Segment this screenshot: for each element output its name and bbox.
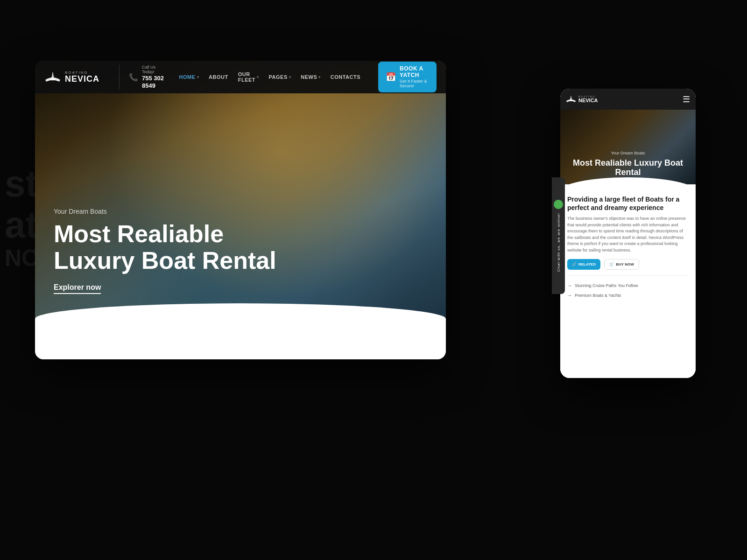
desktop-navbar: BOATING NEVICA 📞 Call Us Today! 755 302 …	[35, 61, 446, 93]
hero-title: Most Realiable Luxury Boat Rental	[54, 221, 296, 274]
mobile-hero-content: Your Dream Boats Most Realiable Luxury B…	[560, 151, 696, 177]
phone-label: Call Us Today!	[142, 65, 166, 75]
mobile-action-buttons: 🔗 RELATED 🛒 BUY NOW	[567, 259, 689, 270]
boat-logo-icon	[44, 70, 61, 84]
nav-our-fleet[interactable]: OUR FLEET ▾	[234, 69, 263, 85]
book-yacht-button[interactable]: 📅 BOOK A YATCH Get It Faster & Secure!	[378, 62, 437, 92]
jivo-chat-text: Chat with us, we are online!	[557, 213, 561, 272]
jivo-chat-sidebar[interactable]: Chat with us, we are online!	[552, 177, 565, 294]
nav-home[interactable]: HOME ▾	[176, 72, 203, 82]
logo-name-label: NEVICA	[65, 75, 99, 83]
mobile-navbar: BOATING NEVICA ☰	[560, 89, 696, 110]
arrow-icon-2: →	[567, 293, 572, 298]
buy-label: BUY NOW	[616, 262, 634, 266]
desktop-hero-content: Your Dream Boats Most Realiable Luxury B…	[54, 208, 296, 294]
desktop-logo: BOATING NEVICA	[44, 70, 105, 84]
related-label: RELATED	[578, 262, 596, 266]
buy-now-button[interactable]: 🛒 BUY NOW	[604, 259, 639, 270]
mobile-hero: Your Dream Boats Most Realiable Luxury B…	[560, 110, 696, 184]
mobile-menu-icon[interactable]: ☰	[683, 94, 690, 105]
mobile-body-text: The business owner's objective was to ha…	[567, 216, 689, 253]
mobile-content: Providing a large fleet of Boats for a p…	[560, 191, 696, 378]
book-btn-text-block: BOOK A YATCH Get It Faster & Secure!	[400, 65, 429, 89]
book-btn-subtitle: Get It Faster & Secure!	[400, 79, 429, 89]
nav-contacts[interactable]: CONTACTS	[327, 72, 364, 82]
phone-number: 755 302 8549	[142, 75, 166, 89]
mobile-hero-title: Most Realiable Luxury Boat Rental	[560, 158, 696, 177]
arrow-icon-1: →	[567, 283, 572, 288]
mobile-hero-subtitle: Your Dream Boats	[560, 151, 696, 155]
nav-about[interactable]: ABOUT	[205, 72, 232, 82]
desktop-nav-links: HOME ▾ ABOUT OUR FLEET ▾ PAGES ▾ NEWS ▾ …	[176, 69, 364, 85]
mobile-logo-text: BOATING NEVICA	[578, 96, 598, 103]
related-icon: 🔗	[572, 262, 577, 266]
mobile-logo-name: NEVICA	[578, 98, 598, 103]
mobile-links-section: → Stunning Cruise Paths You Follow → Pre…	[567, 275, 689, 300]
mobile-boat-logo-icon	[566, 95, 576, 103]
hero-subtitle: Your Dream Boats	[54, 208, 296, 215]
nav-news[interactable]: NEWS ▾	[297, 72, 324, 82]
related-button[interactable]: 🔗 RELATED	[567, 259, 600, 270]
hero-cta-link[interactable]: Explorer now	[54, 283, 101, 294]
mobile-preview-card: BOATING NEVICA ☰ Your Dream Boats Most R…	[560, 89, 696, 378]
phone-icon: 📞	[129, 73, 138, 82]
nav-pages[interactable]: PAGES ▾	[265, 72, 295, 82]
desktop-preview-card: BOATING NEVICA 📞 Call Us Today! 755 302 …	[35, 61, 446, 359]
mobile-link-label-2: Premium Boats & Yachts	[575, 293, 621, 298]
desktop-phone: 📞 Call Us Today! 755 302 8549	[119, 65, 166, 90]
mobile-logo: BOATING NEVICA	[566, 95, 598, 103]
mobile-link-1[interactable]: → Stunning Cruise Paths You Follow	[567, 280, 689, 290]
bottom-wave	[35, 303, 446, 359]
mobile-link-label-1: Stunning Cruise Paths You Follow	[575, 283, 638, 288]
cart-icon: 🛒	[609, 262, 614, 266]
phone-text-block: Call Us Today! 755 302 8549	[142, 65, 166, 90]
online-status-dot	[554, 200, 563, 209]
mobile-link-2[interactable]: → Premium Boats & Yachts	[567, 290, 689, 300]
book-btn-title: BOOK A YATCH	[400, 65, 429, 79]
calendar-icon: 📅	[386, 72, 396, 82]
mobile-section-title: Providing a large fleet of Boats for a p…	[567, 195, 689, 212]
desktop-logo-text: BOATING NEVICA	[65, 71, 99, 83]
